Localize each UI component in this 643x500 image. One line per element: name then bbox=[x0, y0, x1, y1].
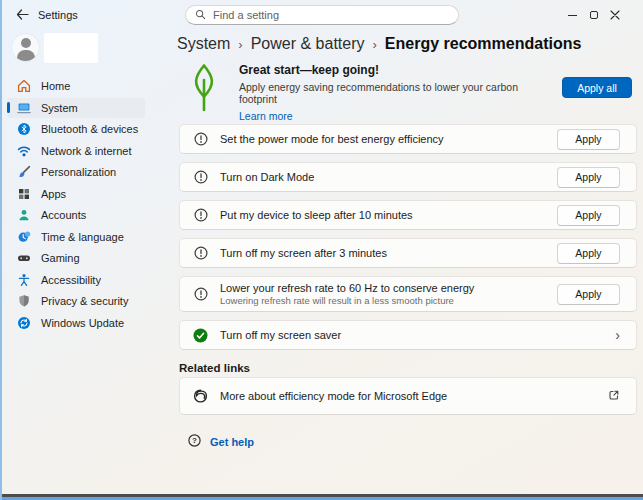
avatar-head bbox=[21, 38, 31, 48]
sidebar-item-bluetooth-devices[interactable]: Bluetooth & devices bbox=[7, 119, 145, 139]
breadcrumb-power-battery[interactable]: Power & battery bbox=[251, 35, 365, 53]
alert-icon bbox=[193, 170, 208, 184]
sidebar-nav: Home System Bluetooth & devices Net bbox=[7, 76, 145, 334]
sidebar-item-label: Accounts bbox=[41, 209, 86, 221]
sidebar-item-label: Privacy & security bbox=[41, 295, 128, 307]
sidebar-item-gaming[interactable]: Gaming bbox=[7, 248, 145, 268]
apply-button[interactable]: Apply bbox=[557, 284, 620, 305]
titlebar: Settings bbox=[2, 0, 643, 30]
apply-button[interactable]: Apply bbox=[557, 129, 620, 150]
sidebar-item-privacy-security[interactable]: Privacy & security bbox=[7, 291, 145, 311]
back-arrow-icon bbox=[16, 6, 29, 24]
check-icon bbox=[193, 328, 208, 343]
sidebar-item-system[interactable]: System bbox=[7, 98, 145, 118]
home-icon bbox=[17, 79, 31, 93]
chevron-right-icon: › bbox=[615, 328, 620, 342]
recommendation-label: Turn on Dark Mode bbox=[220, 171, 314, 183]
recommendation-label: Lower your refresh rate to 60 Hz to cons… bbox=[220, 282, 474, 294]
recommendation-row: Put my device to sleep after 10 minutes … bbox=[179, 200, 637, 230]
accessibility-icon bbox=[17, 273, 31, 287]
sidebar-item-personalization[interactable]: Personalization bbox=[7, 162, 145, 182]
avatar-body bbox=[17, 50, 35, 61]
sidebar-item-network-internet[interactable]: Network & internet bbox=[7, 141, 145, 161]
sidebar-item-label: System bbox=[41, 102, 78, 114]
sidebar-item-apps[interactable]: Apps bbox=[7, 184, 145, 204]
recommendation-row: Turn on Dark Mode Apply bbox=[179, 162, 637, 192]
system-icon bbox=[17, 101, 31, 115]
selected-indicator bbox=[7, 102, 10, 113]
sidebar-item-windows-update[interactable]: Windows Update bbox=[7, 313, 145, 333]
close-button[interactable] bbox=[604, 0, 625, 30]
minimize-icon bbox=[568, 15, 577, 16]
learn-more-link[interactable]: Learn more bbox=[239, 110, 293, 122]
apply-all-button[interactable]: Apply all bbox=[562, 77, 632, 98]
alert-icon bbox=[193, 208, 208, 222]
sidebar: Home System Bluetooth & devices Net bbox=[2, 30, 162, 494]
get-help-link[interactable]: ? Get help bbox=[188, 433, 254, 451]
search-icon bbox=[195, 6, 206, 24]
privacy-security-icon bbox=[17, 294, 31, 308]
recommendation-label: Put my device to sleep after 10 minutes bbox=[220, 209, 413, 221]
alert-icon bbox=[193, 287, 208, 301]
personalization-icon bbox=[17, 165, 31, 179]
alert-icon bbox=[193, 246, 208, 260]
edge-icon bbox=[193, 388, 208, 404]
sidebar-item-accounts[interactable]: Accounts bbox=[7, 205, 145, 225]
sidebar-item-label: Personalization bbox=[41, 166, 116, 178]
related-links-header: Related links bbox=[179, 362, 250, 374]
breadcrumb-separator: › bbox=[238, 37, 242, 52]
related-link-label: More about efficiency mode for Microsoft… bbox=[220, 390, 447, 402]
sidebar-item-home[interactable]: Home bbox=[7, 76, 145, 96]
sidebar-item-label: Windows Update bbox=[41, 317, 124, 329]
window-controls bbox=[562, 0, 625, 30]
gaming-icon bbox=[17, 251, 31, 265]
recommendation-label: Turn off my screen after 3 minutes bbox=[220, 247, 387, 259]
user-avatar[interactable] bbox=[12, 34, 39, 61]
recommendation-row-done[interactable]: Turn off my screen saver › bbox=[179, 320, 637, 350]
sidebar-item-label: Gaming bbox=[41, 252, 80, 264]
recommendation-row: Lower your refresh rate to 60 Hz to cons… bbox=[179, 276, 637, 312]
banner-subtitle: Apply energy saving recommendations to l… bbox=[239, 81, 539, 105]
sidebar-item-label: Time & language bbox=[41, 231, 124, 243]
bluetooth-icon bbox=[17, 122, 31, 136]
recommendation-row: Turn off my screen after 3 minutes Apply bbox=[179, 238, 637, 268]
search-input[interactable] bbox=[213, 9, 433, 21]
leaf-icon bbox=[188, 63, 220, 116]
sidebar-item-label: Apps bbox=[41, 188, 66, 200]
breadcrumb-system[interactable]: System bbox=[177, 35, 230, 53]
apply-button[interactable]: Apply bbox=[557, 167, 620, 188]
recommendation-label: Set the power mode for best energy effic… bbox=[220, 133, 444, 145]
user-name-redacted bbox=[44, 33, 98, 63]
accounts-icon bbox=[17, 208, 31, 222]
energy-banner: Great start—keep going! Apply energy sav… bbox=[179, 60, 637, 118]
search-box[interactable] bbox=[185, 5, 459, 25]
recommendation-sublabel: Lowering refresh rate will result in a l… bbox=[220, 295, 474, 306]
page-title: Energy recommendations bbox=[385, 35, 582, 53]
external-link-icon bbox=[608, 389, 620, 403]
sidebar-item-label: Accessibility bbox=[41, 274, 101, 286]
apply-button[interactable]: Apply bbox=[557, 243, 620, 264]
sidebar-item-label: Home bbox=[41, 80, 70, 92]
time-language-icon bbox=[17, 230, 31, 244]
apply-button[interactable]: Apply bbox=[557, 205, 620, 226]
maximize-button[interactable] bbox=[583, 0, 604, 30]
related-link-edge[interactable]: More about efficiency mode for Microsoft… bbox=[179, 377, 637, 415]
content-area: System › Power & battery › Energy recomm… bbox=[162, 30, 643, 494]
apps-icon bbox=[17, 187, 31, 201]
sidebar-item-time-language[interactable]: Time & language bbox=[7, 227, 145, 247]
banner-text: Great start—keep going! Apply energy sav… bbox=[239, 63, 539, 124]
breadcrumb: System › Power & battery › Energy recomm… bbox=[177, 35, 581, 53]
banner-title: Great start—keep going! bbox=[239, 63, 539, 77]
get-help-label: Get help bbox=[210, 436, 254, 448]
recommendation-list: Set the power mode for best energy effic… bbox=[179, 124, 637, 350]
minimize-button[interactable] bbox=[562, 0, 583, 30]
windows-update-icon bbox=[17, 316, 31, 330]
sidebar-item-accessibility[interactable]: Accessibility bbox=[7, 270, 145, 290]
settings-window: Settings Home bbox=[0, 0, 643, 500]
svg-text:?: ? bbox=[192, 436, 197, 445]
recommendation-row: Set the power mode for best energy effic… bbox=[179, 124, 637, 154]
help-icon: ? bbox=[188, 433, 201, 451]
back-button[interactable] bbox=[12, 6, 32, 24]
breadcrumb-separator: › bbox=[373, 37, 377, 52]
alert-icon bbox=[193, 132, 208, 146]
